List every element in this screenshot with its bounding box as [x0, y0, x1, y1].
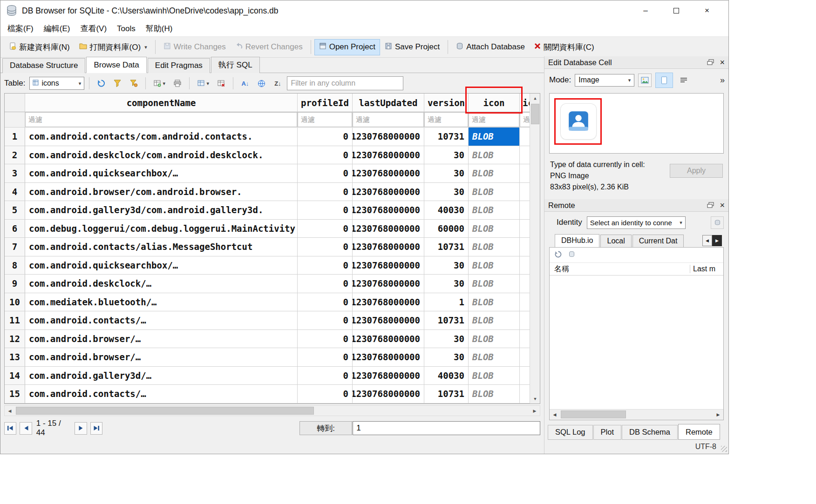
- column-header-partial[interactable]: ic: [520, 94, 530, 112]
- table-select[interactable]: icons ▾: [29, 77, 84, 90]
- cell-icon-blob[interactable]: BLOB: [469, 330, 520, 349]
- word-wrap-button[interactable]: [677, 74, 690, 87]
- cell-partial[interactable]: [520, 183, 530, 202]
- float-panel-icon[interactable]: [707, 201, 714, 210]
- cell-profileId[interactable]: 0: [298, 275, 353, 293]
- cell-lastUpdated[interactable]: 1230768000000: [353, 220, 424, 238]
- row-number[interactable]: 12: [5, 330, 25, 349]
- save-project-button[interactable]: Save Project: [380, 39, 444, 55]
- cell-version[interactable]: 10731: [424, 128, 469, 146]
- cell-lastUpdated[interactable]: 1230768000000: [353, 238, 424, 256]
- cell-partial[interactable]: [520, 311, 530, 330]
- tab-browse-data[interactable]: Browse Data: [86, 57, 146, 73]
- cell-icon-blob[interactable]: BLOB: [469, 293, 520, 312]
- cell-icon-blob[interactable]: BLOB: [469, 201, 520, 220]
- column-header-profileId[interactable]: profileId: [298, 94, 353, 112]
- mode-select[interactable]: Image ▾: [575, 74, 634, 87]
- remote-refresh-icon[interactable]: [554, 250, 562, 260]
- remote-column-name[interactable]: 名稱: [550, 264, 690, 274]
- cell-partial[interactable]: [520, 201, 530, 220]
- maximize-button[interactable]: [661, 0, 692, 21]
- cell-partial[interactable]: [520, 348, 530, 367]
- cell-componentName[interactable]: com.android.contacts/com.android.contact…: [25, 128, 298, 146]
- goto-button[interactable]: 轉到:: [299, 421, 352, 435]
- tab-edit-pragmas[interactable]: Edit Pragmas: [148, 58, 210, 73]
- row-number[interactable]: 11: [5, 311, 25, 330]
- table-row[interactable]: 5 com.android.gallery3d/com.android.gall…: [5, 201, 530, 220]
- row-number[interactable]: 8: [5, 256, 25, 275]
- cell-profileId[interactable]: 0: [298, 220, 353, 238]
- filter-any-column-input[interactable]: [287, 76, 403, 90]
- close-database-button[interactable]: 關閉資料庫(C): [530, 39, 599, 56]
- cell-componentName[interactable]: com.android.deskclock/…: [25, 275, 298, 293]
- refresh-table-button[interactable]: [94, 76, 108, 90]
- minimize-button[interactable]: –: [630, 0, 661, 21]
- cell-componentName[interactable]: com.android.browser/…: [25, 348, 298, 367]
- last-record-button[interactable]: [90, 422, 102, 435]
- scroll-right-icon[interactable]: ▶: [713, 410, 723, 420]
- remote-tab-current-database[interactable]: Current Dat: [632, 235, 684, 248]
- cell-lastUpdated[interactable]: 1230768000000: [353, 311, 424, 330]
- cell-icon-blob[interactable]: BLOB: [469, 183, 520, 202]
- encoding-button[interactable]: [254, 76, 268, 90]
- cell-version[interactable]: 60000: [424, 220, 469, 238]
- cell-profileId[interactable]: 0: [298, 367, 353, 385]
- cell-profileId[interactable]: 0: [298, 164, 353, 183]
- previous-record-button[interactable]: [20, 422, 32, 435]
- grid-vertical-scrollbar[interactable]: ▲ ▼: [530, 94, 540, 403]
- cell-partial[interactable]: [520, 367, 530, 385]
- cell-lastUpdated[interactable]: 1230768000000: [353, 128, 424, 146]
- cell-profileId[interactable]: 0: [298, 201, 353, 220]
- cell-lastUpdated[interactable]: 1230768000000: [353, 348, 424, 367]
- cell-partial[interactable]: [520, 330, 530, 349]
- cell-componentName[interactable]: com.android.gallery3d/com.android.galler…: [25, 201, 298, 220]
- row-number[interactable]: 2: [5, 146, 25, 165]
- cell-icon-blob[interactable]: BLOB: [469, 311, 520, 330]
- open-project-button[interactable]: Open Project: [314, 39, 380, 55]
- cell-profileId[interactable]: 0: [298, 128, 353, 146]
- cell-componentName[interactable]: com.android.quicksearchbox/…: [25, 164, 298, 183]
- table-row[interactable]: 6 com.debug.loggerui/com.debug.loggerui.…: [5, 220, 530, 238]
- table-row[interactable]: 13 com.android.browser/… 0 1230768000000…: [5, 348, 530, 367]
- cell-version[interactable]: 10731: [424, 311, 469, 330]
- resize-grip[interactable]: [721, 446, 727, 452]
- horizontal-scroll-thumb[interactable]: [561, 410, 626, 418]
- scroll-right-icon[interactable]: ▶: [530, 406, 540, 416]
- cell-profileId[interactable]: 0: [298, 293, 353, 312]
- column-header-componentName[interactable]: componentName: [25, 94, 298, 112]
- clear-filters-icon[interactable]: [110, 76, 124, 90]
- new-database-button[interactable]: 新建資料庫(N): [4, 39, 75, 56]
- row-number[interactable]: 4: [5, 183, 25, 202]
- cell-version[interactable]: 30: [424, 164, 469, 183]
- sort-desc-button[interactable]: Z↓: [271, 76, 285, 90]
- menu-help[interactable]: 幫助(H): [141, 21, 178, 36]
- cell-version[interactable]: 30: [424, 275, 469, 293]
- menu-tools[interactable]: Tools: [112, 21, 141, 36]
- vertical-scroll-thumb[interactable]: [531, 104, 539, 124]
- goto-record-input[interactable]: [353, 421, 540, 435]
- identity-select[interactable]: Select an identity to conne ▾: [587, 216, 686, 229]
- cell-icon-blob[interactable]: BLOB: [469, 220, 520, 238]
- filter-input-icon[interactable]: 過濾: [469, 112, 520, 128]
- first-record-button[interactable]: [4, 422, 16, 435]
- cell-version[interactable]: 30: [424, 330, 469, 349]
- open-database-dropdown-icon[interactable]: ▾: [144, 44, 147, 50]
- filter-input-lastUpdated[interactable]: 過濾: [353, 112, 424, 128]
- remote-clone-icon[interactable]: [568, 251, 575, 259]
- cell-version[interactable]: 30: [424, 146, 469, 165]
- scroll-up-icon[interactable]: ▲: [530, 94, 540, 103]
- cell-partial[interactable]: [520, 164, 530, 183]
- tab-scroll-left-icon[interactable]: ◀: [702, 235, 712, 246]
- filter-input-componentName[interactable]: 過濾: [25, 112, 298, 128]
- column-header-lastUpdated[interactable]: lastUpdated: [353, 94, 424, 112]
- table-row[interactable]: 14 com.android.gallery3d/… 0 12307680000…: [5, 367, 530, 385]
- cell-componentName[interactable]: com.debug.loggerui/com.debug.loggerui.Ma…: [25, 220, 298, 238]
- duplicate-record-button[interactable]: ▾: [194, 76, 212, 90]
- float-panel-icon[interactable]: [707, 58, 714, 67]
- row-number[interactable]: 6: [5, 220, 25, 238]
- dock-tab-plot[interactable]: Plot: [593, 425, 621, 440]
- row-number[interactable]: 7: [5, 238, 25, 256]
- grid-horizontal-scrollbar[interactable]: ◀ ▶: [4, 405, 540, 416]
- cell-lastUpdated[interactable]: 1230768000000: [353, 201, 424, 220]
- cell-version[interactable]: 1: [424, 293, 469, 312]
